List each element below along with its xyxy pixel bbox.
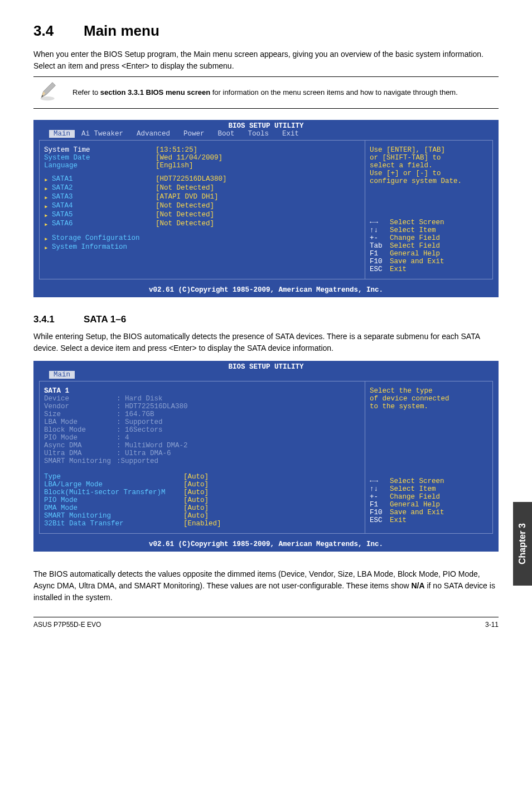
value-sata4: [Not Detected] [156,202,214,211]
triangle-icon: ▸ [44,193,52,202]
triangle-icon: ▸ [44,220,52,229]
info-device-value: : Hard Disk [117,395,163,403]
bios2-copyright: v02.61 (C)Copyright 1985-2009, American … [33,538,499,552]
info-lba-value: : Supported [117,418,163,426]
help-line: configure system Date. [370,177,488,185]
bios2-tabs: Main [33,371,499,381]
subsection-heading: 3.4.1SATA 1–6 [33,314,499,325]
opt-lba-value: [Auto] [183,481,209,489]
opt-pio-value: [Auto] [183,496,209,504]
help-key: ESC [370,516,390,524]
field-language: Language [44,162,156,170]
help-key: ←→ [370,477,390,485]
tab-ai-tweaker: Ai Tweaker [75,130,130,138]
info-ultra-label: Ultra DMA [44,450,117,457]
info-ultra-value: : Ultra DMA-6 [117,450,171,457]
footer-left: ASUS P7P55D-E EVO [33,621,101,629]
tab-power: Power [177,130,211,138]
value-sata1: [HDT722516DLA380] [156,175,227,184]
opt-block: Block(Multi-sector Transfer)M [44,489,183,496]
value-system-time: [13:51:25] [156,146,197,154]
opt-lba: LBA/Large Mode [44,481,183,489]
field-sata6: SATA6 [52,220,156,229]
field-sata5: SATA5 [52,211,156,220]
opt-type: Type [44,473,183,481]
field-sata1: SATA1 [52,175,156,184]
info-async-label: Async DMA [44,442,117,450]
help-line: Select the type [370,387,488,395]
help-key: +- [370,493,390,501]
value-sata5: [Not Detected] [156,211,214,220]
help-key: F10 [370,509,390,516]
info-async-value: : MultiWord DMA-2 [117,442,188,450]
help-line: Use [+] or [-] to [370,170,488,177]
bios1-tabs: Main Ai Tweaker Advanced Power Boot Tool… [33,130,499,140]
bios-main-screenshot: BIOS SETUP UTILITY Main Ai Tweaker Advan… [33,120,499,297]
help-key: ↑↓ [370,485,390,493]
help-key: F1 [370,501,390,509]
help-desc: Select Screen [390,477,444,485]
field-sata4: SATA4 [52,202,156,211]
value-sata6: [Not Detected] [156,220,214,229]
bios2-help-pane: Select the type of device connected to t… [365,381,493,534]
bios2-header: BIOS SETUP UTILITY [33,361,499,371]
help-desc: Select Item [390,485,436,493]
tab-advanced: Advanced [130,130,177,138]
info-block-value: : 16Sectors [117,426,163,434]
note-bold: section 3.3.1 BIOS menu screen [100,88,210,96]
note-suffix: for information on the menu screen items… [210,88,458,96]
submenu-system-info: System Information [52,243,127,252]
help-line: select a field. [370,162,488,170]
opt-dma-value: [Auto] [183,504,209,512]
help-desc: General Help [390,501,440,509]
note-block: Refer to section 3.3.1 BIOS menu screen … [33,76,499,109]
value-sata2: [Not Detected] [156,184,214,193]
value-sata3: [ATAPI DVD DH1] [156,193,219,202]
info-size-label: Size [44,410,117,418]
section-number: 3.4 [33,22,84,40]
info-block-label: Block Mode [44,426,117,434]
help-desc: Select Screen [390,219,444,226]
field-sata3: SATA3 [52,193,156,202]
opt-dma: DMA Mode [44,504,183,512]
info-size-value: : 164.7GB [117,410,154,418]
help-line: of device connected [370,395,488,403]
help-key: F1 [370,250,390,258]
opt-smart: SMART Monitoring [44,512,183,520]
help-desc: Save and Exit [390,258,444,265]
help-key: F10 [370,258,390,265]
opt-type-value: [Auto] [183,473,209,481]
info-vendor-label: Vendor [44,403,117,410]
section-title-text: Main menu [84,22,159,39]
chapter-tab: Chapter 3 [513,502,532,586]
section-intro: When you enter the BIOS Setup program, t… [33,49,499,72]
info-pio-label: PIO Mode [44,434,117,442]
opt-32bit: 32Bit Data Transfer [44,520,183,528]
help-key: ←→ [370,219,390,226]
bios1-help-pane: Use [ENTER], [TAB] or [SHIFT-TAB] to sel… [365,140,493,279]
closing-paragraph: The BIOS automatically detects the value… [33,568,499,603]
field-system-date: System Date [44,154,156,162]
bios-sata-screenshot: BIOS SETUP UTILITY Main SATA 1 Device: H… [33,361,499,552]
note-prefix: Refer to [72,88,100,96]
value-language: [English] [156,162,194,170]
tab-exit: Exit [275,130,306,138]
closing-text-b: N/A [411,581,424,590]
triangle-icon: ▸ [44,234,52,243]
help-desc: Select Field [390,242,440,250]
help-desc: Exit [390,516,407,524]
help-desc: General Help [390,250,440,258]
help-key: +- [370,234,390,242]
subsection-number: 3.4.1 [33,314,84,325]
help-desc: Change Field [390,234,440,242]
info-smart-value: :Supported [117,457,158,465]
help-key: ↑↓ [370,226,390,234]
bios1-copyright: v02.61 (C)Copyright 1985-2009, American … [33,284,499,297]
value-system-date: [Wed 11/04/2009] [156,154,223,162]
opt-pio: PIO Mode [44,496,183,504]
info-smart-label: SMART Monitoring [44,457,117,465]
field-system-time: System Time [44,146,156,154]
tab-main: Main [49,371,75,379]
info-device-label: Device [44,395,117,403]
section-heading: 3.4Main menu [33,22,499,40]
